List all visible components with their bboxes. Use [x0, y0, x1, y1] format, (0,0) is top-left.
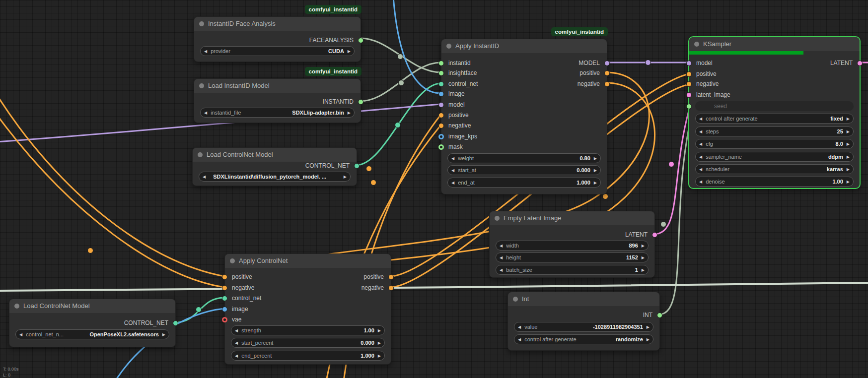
input-port-vae[interactable]: [222, 317, 227, 322]
widget-right-arrow[interactable]: ▶: [159, 332, 169, 337]
input-port-seed[interactable]: [686, 104, 692, 109]
collapse-dot[interactable]: [199, 21, 204, 26]
output-port-INT[interactable]: [657, 313, 662, 318]
widget-left-arrow[interactable]: ◀: [514, 337, 524, 342]
widget-right-arrow[interactable]: ▶: [843, 167, 853, 172]
widget-right-arrow[interactable]: ▶: [843, 129, 853, 134]
widget-left-arrow[interactable]: ◀: [231, 328, 241, 333]
widget-left-arrow[interactable]: ◀: [16, 332, 26, 337]
widget-right-arrow[interactable]: ▶: [843, 155, 853, 159]
widget-scheduler[interactable]: ◀schedulerkarras▶: [695, 164, 854, 174]
widget-left-arrow[interactable]: ◀: [231, 354, 241, 358]
collapse-dot[interactable]: [446, 44, 451, 49]
widget-right-arrow[interactable]: ▶: [590, 156, 600, 161]
widget-sampler_name[interactable]: ◀sampler_nameddpm▶: [695, 152, 854, 162]
node-titlebar[interactable]: Load ControlNet Model: [9, 299, 175, 313]
widget-start_at[interactable]: ◀start_at0.000▶: [447, 165, 601, 175]
node-apply-instantid[interactable]: Apply InstantIDcomfyui_instantidinstanti…: [441, 39, 607, 194]
widget-right-arrow[interactable]: ▶: [638, 255, 648, 260]
wire-dot-iid-pos-return[interactable]: [603, 194, 608, 199]
widget-right-arrow[interactable]: ▶: [590, 181, 600, 185]
widget-right-arrow[interactable]: ▶: [590, 168, 600, 173]
widget-left-arrow[interactable]: ◀: [448, 168, 458, 173]
input-port-negative[interactable]: [222, 285, 227, 291]
collapse-dot[interactable]: [198, 152, 203, 157]
output-port-negative[interactable]: [604, 81, 610, 87]
input-port-instantid[interactable]: [438, 61, 444, 66]
widget-control after generate[interactable]: ◀control after generatefixed▶: [695, 114, 854, 124]
input-port-control_net[interactable]: [438, 81, 444, 87]
widget-steps[interactable]: ◀steps25▶: [695, 126, 854, 136]
widget-height[interactable]: ◀height1152▶: [496, 252, 649, 262]
widget-right-arrow[interactable]: ▶: [843, 180, 853, 184]
wire-dot-faceanalysis-to-insightface[interactable]: [398, 54, 403, 60]
widget-right-arrow[interactable]: ▶: [643, 325, 653, 329]
widget-left-arrow[interactable]: ◀: [696, 142, 706, 146]
input-port-model[interactable]: [438, 102, 444, 108]
wire-dot-instantid-to-instantid[interactable]: [399, 80, 404, 86]
widget-instantid_file[interactable]: ◀instantid_fileSDXL\ip-adapter.bin▶: [200, 108, 355, 118]
widget-start_percent[interactable]: ◀start_percent0.000▶: [231, 338, 385, 348]
widget-left-arrow[interactable]: ◀: [199, 175, 209, 179]
widget-weight[interactable]: ◀weight0.80▶: [447, 153, 601, 163]
output-port-LATENT[interactable]: [857, 61, 863, 66]
widget-left-arrow[interactable]: ◀: [448, 181, 458, 185]
widget-control after generate[interactable]: ◀control after generaterandomize▶: [514, 334, 653, 344]
node-empty-latent-image[interactable]: Empty Latent ImageLATENT◀width896▶◀heigh…: [489, 211, 655, 278]
wire-dot-int-to-seed[interactable]: [661, 222, 666, 227]
node-titlebar[interactable]: Int: [508, 292, 659, 306]
wire-dot-controlnet-to-controlnet[interactable]: [395, 123, 401, 128]
node-titlebar[interactable]: Empty Latent Image: [490, 211, 654, 225]
widget-left-arrow[interactable]: ◀: [496, 244, 506, 248]
widget-left-arrow[interactable]: ◀: [696, 117, 706, 121]
widget-value[interactable]: ◀SDXL\instantid\diffusion_pytorch_model.…: [199, 172, 351, 182]
widget-cfg[interactable]: ◀cfg8.0▶: [695, 139, 854, 149]
node-titlebar[interactable]: Apply ControlNet: [225, 254, 391, 268]
widget-right-arrow[interactable]: ▶: [344, 49, 354, 54]
widget-right-arrow[interactable]: ▶: [374, 354, 384, 358]
output-port-positive[interactable]: [388, 274, 394, 280]
input-port-control_net[interactable]: [222, 296, 227, 301]
node-int[interactable]: IntINT◀value-1028911982904351▶◀control a…: [507, 292, 660, 351]
node-titlebar[interactable]: InstantID Face Analysis: [194, 17, 361, 31]
input-port-model[interactable]: [686, 61, 692, 66]
seed-widget[interactable]: seed: [695, 101, 854, 111]
output-port-MODEL[interactable]: [604, 61, 610, 66]
widget-right-arrow[interactable]: ▶: [340, 175, 350, 179]
input-port-insightface[interactable]: [438, 70, 444, 76]
node-titlebar[interactable]: KSampler: [689, 37, 860, 51]
node-load-controlnet-model-instantid[interactable]: Load ControlNet ModelCONTROL_NET◀SDXL\in…: [192, 147, 357, 186]
widget-left-arrow[interactable]: ◀: [201, 49, 211, 54]
wire-dot-cond-up-negative[interactable]: [366, 166, 372, 172]
widget-right-arrow[interactable]: ▶: [843, 142, 853, 146]
collapse-dot[interactable]: [495, 216, 500, 221]
wire-dot-model-to-ksampler[interactable]: [646, 60, 651, 65]
output-port-positive[interactable]: [604, 70, 610, 76]
widget-provider[interactable]: ◀providerCUDA▶: [200, 46, 355, 56]
wire-dot-openpose-to-applycn[interactable]: [196, 307, 202, 313]
widget-left-arrow[interactable]: ◀: [448, 156, 458, 161]
input-port-mask[interactable]: [438, 144, 444, 150]
node-load-instantid-model[interactable]: Load InstantID Modelcomfyui_instantidINS…: [194, 78, 361, 123]
collapse-dot[interactable]: [14, 304, 19, 309]
input-port-latent_image[interactable]: [686, 92, 692, 98]
node-titlebar[interactable]: Load InstantID Model: [194, 79, 361, 93]
output-port-CONTROL_NET[interactable]: [354, 163, 360, 169]
widget-left-arrow[interactable]: ◀: [496, 255, 506, 260]
widget-batch_size[interactable]: ◀batch_size1▶: [496, 265, 649, 275]
output-port-LATENT[interactable]: [652, 232, 657, 238]
input-port-positive[interactable]: [222, 274, 227, 280]
input-port-positive[interactable]: [438, 113, 444, 118]
widget-left-arrow[interactable]: ◀: [696, 180, 706, 184]
widget-strength[interactable]: ◀strength1.00▶: [231, 325, 385, 335]
widget-right-arrow[interactable]: ▶: [638, 268, 648, 272]
widget-left-arrow[interactable]: ◀: [696, 155, 706, 159]
widget-right-arrow[interactable]: ▶: [344, 111, 354, 115]
widget-end_at[interactable]: ◀end_at1.000▶: [447, 178, 601, 188]
widget-left-arrow[interactable]: ◀: [231, 341, 241, 345]
input-port-image[interactable]: [222, 307, 227, 312]
collapse-dot[interactable]: [513, 297, 518, 302]
widget-left-arrow[interactable]: ◀: [201, 111, 211, 115]
widget-value[interactable]: ◀value-1028911982904351▶: [514, 322, 653, 332]
node-titlebar[interactable]: Apply InstantID: [441, 39, 607, 53]
